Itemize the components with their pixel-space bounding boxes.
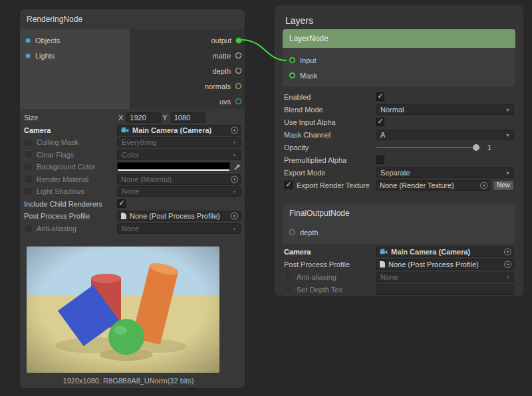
opacity-slider[interactable] xyxy=(376,142,481,153)
blend-mode-dropdown[interactable]: Normal ▼ xyxy=(376,104,514,115)
anti-aliasing-dropdown[interactable]: None ▼ xyxy=(117,223,241,234)
render-material-field[interactable]: None (Material) xyxy=(117,174,241,185)
final-anti-aliasing-label: Anti-aliasing xyxy=(297,273,336,281)
port-objects[interactable]: Objects xyxy=(25,33,130,48)
premultiplied-alpha-row: Premultiplied Alpha xyxy=(284,153,514,166)
export-render-texture-field[interactable]: None (Render Texture) xyxy=(376,180,490,191)
profile-file-icon xyxy=(121,213,126,219)
object-picker-icon[interactable] xyxy=(504,248,511,255)
port-final-depth[interactable]: depth xyxy=(289,225,515,240)
clear-flags-dropdown[interactable]: Color ▼ xyxy=(117,149,241,160)
object-picker-icon[interactable] xyxy=(231,126,238,134)
blend-mode-row: Blend Mode Normal ▼ xyxy=(284,103,514,116)
layer-node[interactable]: LayerNode Input Mask Enabled Blen xyxy=(283,29,515,191)
background-color-checkbox[interactable] xyxy=(24,163,33,171)
port-final-depth-label: depth xyxy=(300,229,319,237)
profile-file-icon xyxy=(380,261,385,268)
enabled-checkbox[interactable] xyxy=(376,92,384,101)
layer-node-header[interactable]: LayerNode xyxy=(283,29,515,48)
port-normals[interactable]: normals xyxy=(205,78,241,94)
port-dot-mask[interactable] xyxy=(289,72,295,78)
port-dot-depth[interactable] xyxy=(235,68,241,74)
set-depth-tex-label: Set Depth Tex xyxy=(297,286,342,294)
object-picker-icon[interactable] xyxy=(231,213,238,220)
port-dot-lights[interactable] xyxy=(25,53,31,58)
opacity-slider-handle[interactable] xyxy=(473,144,479,151)
size-x-input[interactable] xyxy=(126,112,161,123)
port-dot-output[interactable] xyxy=(236,38,241,43)
port-dot-matte[interactable] xyxy=(235,52,241,58)
clear-flags-value: Color xyxy=(122,151,139,159)
export-render-texture-row: Export Render Texture None (Render Textu… xyxy=(284,179,514,191)
port-output-label: output xyxy=(211,37,231,45)
size-y-input[interactable] xyxy=(171,112,205,123)
export-render-texture-checkbox[interactable] xyxy=(284,181,293,189)
light-shadows-value: None xyxy=(122,187,139,195)
final-output-node[interactable]: FinalOutputNode depth Camera Main xyxy=(283,205,515,296)
final-camera-field[interactable]: Main Camera (Camera) xyxy=(376,247,514,257)
mask-channel-label: Mask Channel xyxy=(284,131,331,139)
chevron-down-icon: ▼ xyxy=(505,170,510,175)
culling-mask-checkbox[interactable] xyxy=(24,138,33,147)
port-lights[interactable]: Lights xyxy=(25,48,130,63)
enabled-row: Enabled xyxy=(284,90,514,103)
object-picker-icon[interactable] xyxy=(504,260,511,268)
final-anti-aliasing-checkbox[interactable] xyxy=(284,272,293,281)
clear-flags-checkbox[interactable] xyxy=(24,150,33,159)
render-material-checkbox[interactable] xyxy=(24,175,33,183)
culling-mask-dropdown[interactable]: Everything ▼ xyxy=(117,137,241,148)
object-picker-icon[interactable] xyxy=(231,175,238,183)
final-post-process-profile-field[interactable]: None (Post Process Profile) xyxy=(376,259,514,270)
port-dot-objects[interactable] xyxy=(25,38,31,43)
port-mask-label: Mask xyxy=(300,72,317,80)
opacity-label: Opacity xyxy=(284,144,309,151)
export-render-texture-label: Export Render Texture xyxy=(297,181,370,189)
mask-channel-dropdown[interactable]: A ▼ xyxy=(376,130,514,140)
clear-flags-label: Clear Flags xyxy=(37,151,74,159)
use-input-alpha-checkbox[interactable] xyxy=(376,118,384,126)
port-mask[interactable]: Mask xyxy=(289,68,515,83)
port-dot-uvs[interactable] xyxy=(235,98,241,104)
object-picker-icon[interactable] xyxy=(480,181,487,189)
anti-aliasing-checkbox[interactable] xyxy=(24,224,33,233)
light-shadows-checkbox[interactable] xyxy=(24,187,33,196)
anti-aliasing-value: None xyxy=(122,225,139,233)
premultiplied-alpha-checkbox[interactable] xyxy=(376,155,384,164)
final-camera-row: Camera Main Camera (Camera) xyxy=(284,245,514,258)
chevron-down-icon: ▼ xyxy=(232,152,237,157)
eyedropper-icon[interactable] xyxy=(233,163,241,171)
opacity-slider-track xyxy=(376,147,481,148)
port-dot-input[interactable] xyxy=(289,57,295,63)
port-dot-normals[interactable] xyxy=(235,83,241,89)
final-anti-aliasing-dropdown[interactable]: None ▼ xyxy=(376,272,514,282)
final-post-process-profile-row: Post Process Profile None (Post Process … xyxy=(284,258,514,270)
rendering-node-properties: Size X Y Camera Main Camera (Camera) xyxy=(20,109,245,235)
rendering-node-input-ports: Objects Lights xyxy=(20,29,130,109)
port-output[interactable]: output xyxy=(211,33,241,48)
new-button[interactable]: New xyxy=(493,180,514,191)
chevron-down-icon: ▼ xyxy=(232,189,237,194)
rendering-node[interactable]: RenderingNode Objects Lights output m xyxy=(20,9,245,388)
port-uvs[interactable]: uvs xyxy=(219,94,241,109)
port-dot-final-depth[interactable] xyxy=(289,229,295,235)
set-depth-tex-checkbox[interactable] xyxy=(284,285,293,294)
light-shadows-dropdown[interactable]: None ▼ xyxy=(117,186,241,197)
size-row: Size X Y xyxy=(24,112,241,124)
set-depth-tex-field[interactable] xyxy=(376,284,514,295)
port-matte[interactable]: matte xyxy=(212,48,241,63)
layer-node-ports: Input Mask xyxy=(283,48,515,86)
export-mode-dropdown[interactable]: Separate ▼ xyxy=(376,167,514,178)
background-color-swatch[interactable] xyxy=(117,162,230,171)
enabled-label: Enabled xyxy=(284,93,311,101)
include-child-renderers-label: Include Child Renderers xyxy=(24,200,102,208)
include-child-renderers-checkbox[interactable] xyxy=(117,199,126,208)
background-color-row: Background Color xyxy=(24,161,241,173)
port-input[interactable]: Input xyxy=(289,52,515,68)
post-process-profile-field[interactable]: None (Post Process Profile) xyxy=(117,211,241,221)
port-depth[interactable]: depth xyxy=(212,63,241,78)
render-preview-wrap xyxy=(27,247,219,373)
chevron-down-icon: ▼ xyxy=(232,226,237,231)
chevron-down-icon: ▼ xyxy=(232,140,237,145)
camera-object-field[interactable]: Main Camera (Camera) xyxy=(117,125,241,136)
anti-aliasing-row: Anti-aliasing None ▼ xyxy=(24,223,241,235)
